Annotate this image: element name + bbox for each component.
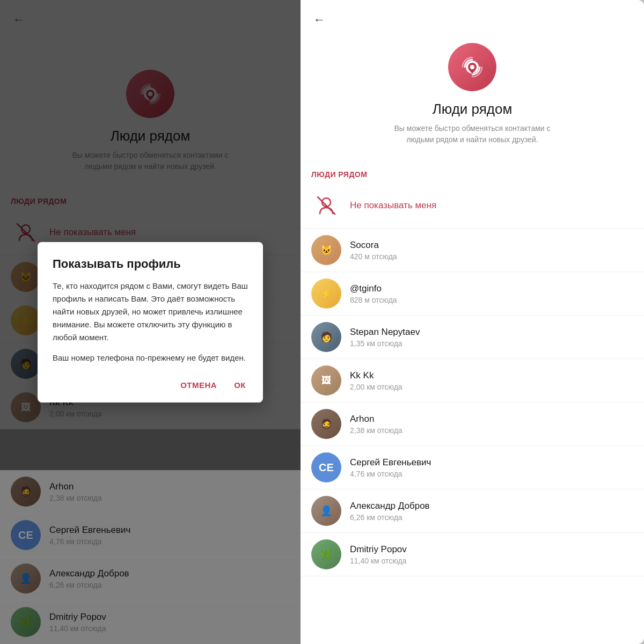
right-person-info-alexander: Александр Добров 6,26 км отсюда: [350, 501, 633, 522]
right-avatar-socora: 🐱: [311, 235, 341, 265]
right-person-name-sergey: Сергей Евгеньевич: [350, 457, 633, 468]
right-person-info-kkkk: Kk Kk 2,00 км отсюда: [350, 370, 633, 391]
right-person-row-stepan[interactable]: 🧑 Stepan Nepytaev 1,35 км отсюда: [301, 316, 644, 359]
right-header-section: Люди рядом Вы можете быстро обменяться к…: [301, 0, 644, 162]
dialog-cancel-button[interactable]: ОТМЕНА: [178, 376, 219, 394]
right-avatar-tginfo: ⚡: [311, 279, 341, 309]
right-person-info-dmitriy: Dmitriy Popov 11,40 км отсюда: [350, 544, 633, 565]
right-back-arrow[interactable]: ←: [313, 13, 325, 27]
right-person-name-stepan: Stepan Nepytaev: [350, 327, 633, 338]
right-person-distance-kkkk: 2,00 км отсюда: [350, 383, 633, 391]
dialog-title: Показывать профиль: [53, 257, 248, 271]
right-person-info-tginfo: @tginfo 828 м отсюда: [350, 283, 633, 304]
dialog-overlay: Показывать профиль Те, кто находится ряд…: [0, 0, 301, 644]
right-person-distance-sergey: 4,76 км отсюда: [350, 470, 633, 478]
right-person-distance-socora: 420 м отсюда: [350, 252, 633, 261]
dialog-ok-button[interactable]: ОК: [232, 376, 248, 394]
right-person-name-dmitriy: Dmitriy Popov: [350, 544, 633, 555]
right-person-info-arhon: Arhon 2,38 км отсюда: [350, 414, 633, 435]
right-person-row-socora[interactable]: 🐱 Socora 420 м отсюда: [301, 229, 644, 272]
right-person-row-alexander[interactable]: 👤 Александр Добров 6,26 км отсюда: [301, 489, 644, 533]
dialog-body-p1: Те, кто находится рядом с Вами, смогут в…: [53, 280, 248, 344]
right-person-distance-arhon: 2,38 км отсюда: [350, 426, 633, 435]
right-person-name-kkkk: Kk Kk: [350, 370, 633, 381]
left-panel: Люди рядом Вы можете быстро обменяться к…: [0, 0, 301, 644]
right-avatar-stepan: 🧑: [311, 322, 341, 352]
right-panel: ← Люди рядом Вы можете быстро обменяться…: [301, 0, 644, 644]
dialog-body-p2: Ваш номер телефона по-прежнему не будет …: [53, 352, 248, 364]
svg-point-5: [470, 65, 474, 69]
dialog-body: Те, кто находится рядом с Вами, смогут в…: [53, 280, 248, 364]
right-not-showing-icon: [311, 191, 341, 221]
right-page-subtitle: Вы можете быстро обменяться контактами с…: [386, 123, 558, 145]
right-location-icon: [448, 43, 496, 91]
right-section-header: Люди рядом: [301, 162, 644, 183]
right-person-distance-dmitriy: 11,40 км отсюда: [350, 557, 633, 565]
right-person-row-kkkk[interactable]: 🖼 Kk Kk 2,00 км отсюда: [301, 359, 644, 402]
right-person-name-arhon: Arhon: [350, 414, 633, 425]
show-profile-dialog: Показывать профиль Те, кто находится ряд…: [38, 242, 263, 402]
right-not-showing-row[interactable]: Не показывать меня: [301, 183, 644, 229]
right-avatar-kkkk: 🖼: [311, 365, 341, 396]
right-person-row-arhon[interactable]: 🧔 Arhon 2,38 км отсюда: [301, 402, 644, 446]
right-person-info-sergey: Сергей Евгеньевич 4,76 км отсюда: [350, 457, 633, 478]
right-avatar-arhon: 🧔: [311, 409, 341, 439]
right-person-info-socora: Socora 420 м отсюда: [350, 240, 633, 261]
right-avatar-dmitriy: 🌿: [311, 539, 341, 569]
right-not-showing-text: Не показывать меня: [350, 200, 436, 211]
right-person-distance-stepan: 1,35 км отсюда: [350, 339, 633, 348]
right-person-row-tginfo[interactable]: ⚡ @tginfo 828 м отсюда: [301, 272, 644, 316]
right-person-row-dmitriy[interactable]: 🌿 Dmitriy Popov 11,40 км отсюда: [301, 533, 644, 576]
right-person-name-tginfo: @tginfo: [350, 283, 633, 294]
right-person-info-stepan: Stepan Nepytaev 1,35 км отсюда: [350, 327, 633, 348]
right-person-name-socora: Socora: [350, 240, 633, 251]
dialog-actions: ОТМЕНА ОК: [53, 372, 248, 394]
right-nearby-section: Люди рядом Не показывать меня 🐱 Socora 4…: [301, 162, 644, 576]
right-page-title: Люди рядом: [433, 101, 513, 118]
right-avatar-sergey: CE: [311, 452, 341, 482]
right-person-distance-alexander: 6,26 км отсюда: [350, 513, 633, 522]
right-person-distance-tginfo: 828 м отсюда: [350, 296, 633, 304]
right-person-name-alexander: Александр Добров: [350, 501, 633, 511]
right-avatar-alexander: 👤: [311, 496, 341, 526]
right-person-row-sergey[interactable]: CE Сергей Евгеньевич 4,76 км отсюда: [301, 446, 644, 489]
